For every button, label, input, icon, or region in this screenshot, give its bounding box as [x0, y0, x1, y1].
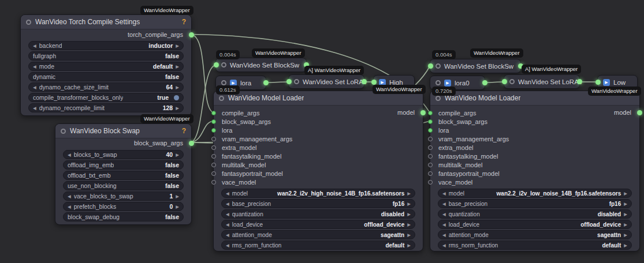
stepper-right-icon[interactable]: ▶	[624, 212, 627, 217]
stepper-right-icon[interactable]: ▶	[176, 106, 179, 111]
node-header[interactable]: WanVideo Block Swap ?	[55, 124, 191, 138]
stepper-right-icon[interactable]: ▶	[407, 212, 411, 217]
output-port-torch-compile-args[interactable]	[189, 32, 194, 37]
node-header[interactable]: WanVideo Torch Compile Settings ?	[21, 15, 191, 29]
widget-blocks-to-swap[interactable]: ◀blocks_to_swap40▶	[63, 150, 184, 159]
stepper-right-icon[interactable]: ▶	[407, 243, 411, 248]
input-multitalk-model[interactable]: multitalk_model	[438, 160, 631, 169]
input-port[interactable]	[502, 79, 507, 84]
stepper-left-icon[interactable]: ◀	[442, 222, 446, 227]
widget-quantization[interactable]: ◀quantizationdisabled▶	[438, 209, 632, 219]
collapse-toggle-icon[interactable]	[219, 96, 224, 101]
toggle-on-icon[interactable]	[174, 95, 179, 100]
output-port-model[interactable]	[637, 110, 642, 115]
widget-rms-norm-function[interactable]: ◀rms_norm_functiondefault▶	[221, 241, 415, 250]
input-port-icon[interactable]	[428, 180, 433, 185]
node-set-blocksw-left[interactable]: WanVideo Set BlockSw	[215, 58, 307, 72]
stepper-left-icon[interactable]: ◀	[442, 243, 446, 248]
stepper-left-icon[interactable]: ◀	[226, 201, 229, 206]
graph-canvas[interactable]: WanVideoWrapper WanVideoWrapper 0.004s W…	[0, 0, 644, 263]
input-extra-model[interactable]: extra_model	[222, 143, 415, 152]
widget-dynamo-recompile-limit[interactable]: ◀dynamo_recompile_limit128▶	[28, 103, 184, 112]
stepper-right-icon[interactable]: ▶	[176, 204, 179, 209]
input-lora[interactable]: lora	[438, 126, 631, 134]
stepper-right-icon[interactable]: ▶	[407, 201, 411, 206]
output-port[interactable]	[482, 80, 487, 85]
stepper-right-icon[interactable]: ▶	[176, 85, 179, 90]
collapse-toggle-icon[interactable]	[221, 80, 226, 85]
input-block-swap-args[interactable]: block_swap_args	[222, 117, 415, 126]
input-vace-model[interactable]: vace_model	[438, 178, 631, 186]
node-block-swap[interactable]: WanVideo Block Swap ? block_swap_args ◀b…	[55, 123, 192, 225]
collapse-toggle-icon[interactable]	[509, 79, 515, 84]
input-port[interactable]	[595, 80, 601, 85]
stepper-left-icon[interactable]: ◀	[33, 85, 36, 90]
widget-block-swap-debug[interactable]: block_swap_debugfalse	[63, 212, 184, 221]
node-set-loras-left[interactable]: WanVideo Set LoRAs	[288, 74, 364, 89]
widget-load-device[interactable]: ◀load_deviceoffload_device▶	[438, 220, 632, 229]
stepper-left-icon[interactable]: ◀	[226, 191, 229, 196]
input-block-swap-args[interactable]: block_swap_args	[438, 117, 631, 126]
widget-rms-norm-function[interactable]: ◀rms_norm_functiondefault▶	[438, 241, 632, 250]
stepper-left-icon[interactable]: ◀	[226, 232, 229, 238]
node-model-loader-high[interactable]: WanVideo Model Loader model compile_args…	[213, 91, 423, 251]
help-icon[interactable]: ?	[182, 127, 186, 135]
stepper-left-icon[interactable]: ◀	[226, 222, 229, 227]
widget-dynamic[interactable]: dynamicfalse	[28, 72, 184, 81]
stepper-left-icon[interactable]: ◀	[442, 191, 446, 196]
input-compile-args[interactable]: compile_args	[438, 108, 631, 117]
widget-base-precision[interactable]: ◀base_precisionfp16▶	[221, 199, 415, 208]
input-fantasytalking-model[interactable]: fantasytalking_model	[222, 152, 415, 160]
input-vram-management-args[interactable]: vram_management_args	[222, 134, 415, 143]
input-fantasyportrait-model[interactable]: fantasyportrait_model	[438, 169, 631, 178]
input-port-icon[interactable]	[428, 119, 433, 124]
input-port-icon[interactable]	[211, 111, 216, 115]
stepper-right-icon[interactable]: ▶	[176, 64, 179, 69]
stepper-left-icon[interactable]: ◀	[33, 106, 36, 111]
widget-mode[interactable]: ◀modedefault▶	[28, 62, 184, 71]
output-port[interactable]	[362, 79, 367, 84]
stepper-right-icon[interactable]: ▶	[407, 191, 411, 196]
widget-attention-mode[interactable]: ◀attention_modesageattn▶	[221, 230, 415, 239]
widget-base-precision[interactable]: ◀base_precisionfp16▶	[438, 199, 632, 208]
widget-vace-blocks-to-swap[interactable]: ◀vace_blocks_to_swap1▶	[63, 191, 184, 201]
stepper-right-icon[interactable]: ▶	[624, 222, 627, 227]
node-set-blocksw-right[interactable]: WanVideo Set BlockSw	[430, 59, 521, 73]
input-multitalk-model[interactable]: multitalk_model	[222, 160, 415, 169]
collapse-toggle-icon[interactable]	[435, 63, 441, 69]
stepper-right-icon[interactable]: ▶	[407, 222, 411, 227]
stepper-left-icon[interactable]: ◀	[33, 64, 36, 69]
input-port-icon[interactable]	[428, 163, 433, 167]
collapse-toggle-icon[interactable]	[435, 80, 441, 85]
widget-compile-transformer-blocks-only[interactable]: compile_transformer_blocks_onlytrue	[28, 93, 184, 102]
input-port-icon[interactable]	[211, 145, 216, 150]
node-set-loras-right[interactable]: WanVideo Set LoRAs	[504, 74, 580, 89]
widget-fullgraph[interactable]: fullgraphfalse	[28, 51, 184, 61]
widget-offload-img-emb[interactable]: offload_img_embfalse	[63, 160, 184, 170]
input-port-icon[interactable]	[211, 171, 216, 176]
input-vace-model[interactable]: vace_model	[222, 178, 415, 186]
input-port-icon[interactable]	[211, 128, 216, 133]
collapse-toggle-icon[interactable]	[435, 96, 441, 101]
input-port-icon[interactable]	[211, 154, 216, 159]
input-port-icon[interactable]	[211, 163, 216, 167]
widget-prefetch-blocks[interactable]: ◀prefetch_blocks0▶	[63, 202, 184, 211]
widget-load-device[interactable]: ◀load_deviceoffload_device▶	[221, 220, 415, 229]
stepper-right-icon[interactable]: ▶	[176, 152, 179, 157]
stepper-left-icon[interactable]: ◀	[68, 204, 71, 209]
stepper-right-icon[interactable]: ▶	[624, 232, 627, 238]
help-icon[interactable]: ?	[182, 18, 186, 26]
input-lora[interactable]: lora	[222, 126, 415, 134]
collapse-toggle-icon[interactable]	[221, 62, 226, 67]
input-port-icon[interactable]	[211, 180, 216, 185]
node-torch-compile-settings[interactable]: WanVideo Torch Compile Settings ? torch_…	[20, 14, 192, 116]
input-port-icon[interactable]	[428, 171, 433, 176]
input-vram-management-args[interactable]: vram_management_args	[438, 134, 631, 143]
widget-attention-mode[interactable]: ◀attention_modesageattn▶	[438, 230, 632, 239]
output-port-block-swap-args[interactable]	[189, 141, 194, 146]
widget-backend[interactable]: ◀backendinductor▶	[28, 41, 184, 50]
input-port-icon[interactable]	[428, 137, 433, 141]
stepper-left-icon[interactable]: ◀	[33, 43, 36, 48]
input-fantasytalking-model[interactable]: fantasytalking_model	[438, 152, 631, 160]
input-port-icon[interactable]	[428, 145, 433, 150]
